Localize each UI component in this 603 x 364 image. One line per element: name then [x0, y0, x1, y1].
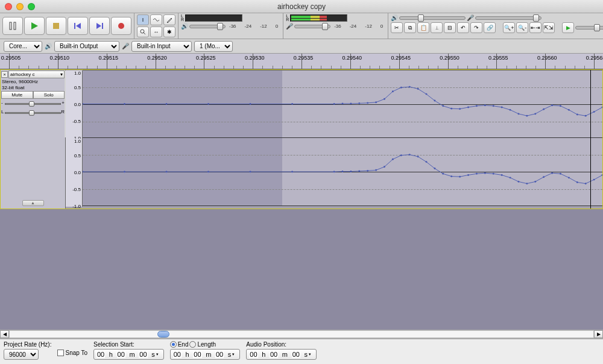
- playback-gain-slider[interactable]: [399, 16, 466, 20]
- svg-point-61: [384, 166, 385, 168]
- project-rate-label: Project Rate (Hz):: [4, 341, 51, 348]
- audio-position-time[interactable]: 00 h 00 m 00 s▾: [246, 349, 317, 360]
- svg-point-66: [426, 161, 428, 163]
- track-gain-slider[interactable]: - +: [5, 101, 61, 108]
- track-menu[interactable]: airhockey c▾: [8, 71, 65, 78]
- pause-button[interactable]: [2, 17, 23, 35]
- svg-marker-5: [76, 23, 81, 29]
- solo-button[interactable]: Solo: [33, 91, 65, 99]
- waveform-left-channel[interactable]: [83, 70, 602, 138]
- track-bit-info: 32-bit float: [1, 85, 65, 90]
- record-gain-slider[interactable]: [475, 16, 541, 20]
- svg-point-59: [367, 170, 368, 172]
- draw-tool[interactable]: [163, 14, 175, 25]
- play-button[interactable]: [24, 17, 45, 35]
- svg-point-63: [400, 154, 402, 156]
- cut-button[interactable]: ✂: [391, 22, 403, 33]
- svg-point-71: [467, 174, 469, 176]
- zoom-out-button[interactable]: 🔍-: [516, 22, 528, 33]
- play-speed-slider[interactable]: [575, 26, 603, 30]
- selection-end-time[interactable]: 00 h 00 m 00 s▾: [170, 349, 241, 360]
- audio-host-select[interactable]: Core...: [4, 41, 42, 52]
- stop-button[interactable]: [46, 17, 66, 35]
- svg-point-14: [250, 103, 251, 105]
- svg-point-27: [426, 93, 428, 95]
- svg-point-35: [493, 105, 494, 107]
- redo-button[interactable]: ↷: [470, 22, 482, 33]
- waveform-display[interactable]: [83, 70, 602, 209]
- svg-point-68: [442, 173, 444, 175]
- svg-point-16: [333, 103, 335, 105]
- svg-point-37: [510, 109, 511, 111]
- zoom-in-button[interactable]: 🔍+: [503, 22, 515, 33]
- svg-point-72: [476, 173, 478, 175]
- timeshift-tool[interactable]: ↔: [150, 27, 162, 37]
- scroll-thumb[interactable]: [157, 331, 169, 337]
- svg-point-36: [501, 107, 503, 108]
- speaker-icon: 🔊: [181, 23, 188, 30]
- mic-icon: 🎤: [286, 23, 293, 30]
- selection-start-time[interactable]: 00 h 00 m 00 s▾: [93, 349, 164, 360]
- selection-tool[interactable]: I: [137, 14, 149, 25]
- svg-point-67: [434, 168, 435, 169]
- svg-point-41: [543, 108, 545, 110]
- output-db-scale: -36-24-120: [227, 24, 280, 29]
- svg-point-52: [207, 171, 209, 173]
- zoom-tool[interactable]: [137, 27, 149, 37]
- svg-point-25: [409, 86, 411, 88]
- output-meter[interactable]: [185, 14, 242, 22]
- sync-lock-button[interactable]: 🔗: [484, 22, 496, 33]
- copy-button[interactable]: ⧉: [404, 22, 416, 33]
- output-volume-slider[interactable]: [189, 25, 226, 28]
- horizontal-scrollbar[interactable]: ◀ ▶: [0, 330, 603, 339]
- input-volume-slider[interactable]: [294, 25, 330, 28]
- svg-point-17: [342, 103, 344, 105]
- envelope-tool[interactable]: [150, 14, 162, 25]
- fit-selection-button[interactable]: ⇤⇥: [529, 22, 541, 33]
- empty-track-area[interactable]: [0, 209, 603, 330]
- svg-point-44: [568, 109, 570, 111]
- snap-to-label: Snap To: [65, 350, 87, 356]
- waveform-right-channel[interactable]: [83, 138, 602, 206]
- mute-button[interactable]: Mute: [1, 91, 33, 99]
- svg-point-10: [83, 103, 83, 105]
- silence-button[interactable]: ⊟: [444, 22, 456, 33]
- play-at-speed-button[interactable]: ▶: [562, 22, 574, 33]
- scroll-right-button[interactable]: ▶: [594, 330, 603, 338]
- svg-point-39: [526, 115, 528, 117]
- skip-start-button[interactable]: [68, 17, 88, 35]
- svg-point-80: [543, 176, 545, 178]
- output-device-select[interactable]: Built-in Output: [54, 41, 119, 52]
- svg-point-42: [551, 104, 553, 106]
- scroll-left-button[interactable]: ◀: [0, 330, 9, 338]
- svg-point-55: [333, 171, 335, 173]
- track-close-button[interactable]: ×: [1, 71, 8, 78]
- track-pan-slider[interactable]: L R: [5, 110, 61, 117]
- fit-project-button[interactable]: ⇱⇲: [543, 22, 555, 33]
- input-device-select[interactable]: Built-in Input: [131, 41, 192, 52]
- input-meter[interactable]: [290, 14, 347, 22]
- svg-point-15: [291, 103, 293, 105]
- end-radio[interactable]: [170, 341, 177, 348]
- svg-point-83: [568, 177, 570, 178]
- svg-point-43: [560, 105, 561, 107]
- svg-point-64: [409, 154, 411, 155]
- selection-toolbar: Project Rate (Hz): 96000 Snap To Selecti…: [0, 339, 603, 364]
- track-collapse-button[interactable]: ▲: [22, 200, 44, 206]
- svg-point-49: [83, 171, 83, 173]
- svg-point-60: [375, 169, 377, 171]
- timeline-ruler[interactable]: 0.295050.295100.295150.295200.295250.295…: [0, 54, 603, 69]
- track-area: × airhockey c▾ Stereo, 96000Hz 32-bit fl…: [0, 69, 603, 209]
- project-rate-select[interactable]: 96000: [4, 349, 39, 360]
- record-button[interactable]: [111, 17, 131, 35]
- paste-button[interactable]: 📋: [417, 22, 429, 33]
- length-radio[interactable]: [189, 341, 196, 348]
- undo-button[interactable]: ↶: [457, 22, 469, 33]
- trim-button[interactable]: ⟂: [431, 22, 443, 33]
- multi-tool[interactable]: ✱: [163, 27, 175, 37]
- input-channels-select[interactable]: 1 (Mo...: [194, 41, 233, 52]
- svg-point-26: [417, 88, 419, 90]
- skip-end-button[interactable]: [89, 17, 110, 35]
- snap-to-checkbox[interactable]: [57, 350, 64, 356]
- svg-rect-4: [74, 23, 75, 29]
